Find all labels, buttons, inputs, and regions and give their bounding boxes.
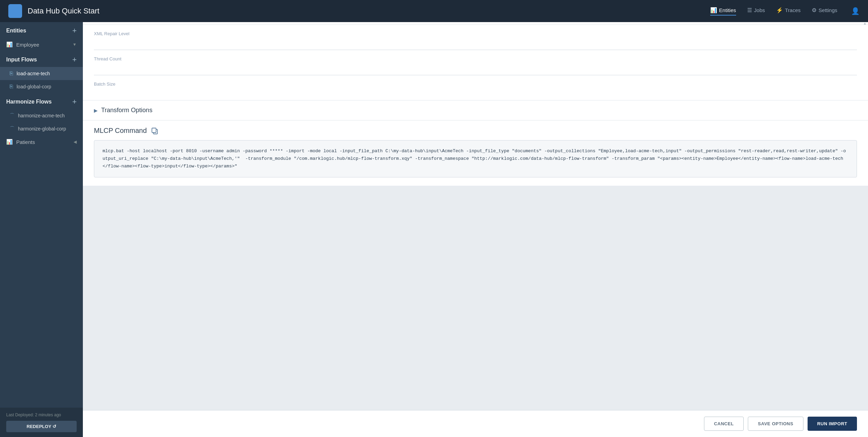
nav-user[interactable]: 👤	[851, 7, 860, 15]
svg-rect-2	[11, 11, 15, 15]
entity-icon: 📊	[6, 41, 13, 48]
harmonize-icon: ⌒	[10, 126, 15, 132]
app-logo	[8, 4, 22, 18]
nav-entities[interactable]: 📊 Entities	[710, 7, 736, 16]
chevron-down-icon: ▼	[73, 42, 77, 47]
add-input-flow-button[interactable]: +	[72, 56, 77, 64]
harmonize-flows-header: Harmonize Flows +	[0, 93, 83, 109]
save-options-button[interactable]: SAVE OPTIONS	[748, 417, 803, 431]
flow-icon: ⎘	[10, 70, 13, 77]
add-entity-button[interactable]: +	[72, 27, 77, 35]
nav-jobs[interactable]: ☰ Jobs	[747, 7, 765, 16]
run-import-button[interactable]: RUN IMPORT	[808, 417, 857, 431]
scroll-up-icon: ▲	[863, 22, 867, 25]
sidebar: Entities + 📊 Employee ▼ Input Flows + ⎘ …	[0, 22, 83, 437]
app-title: Data Hub Quick Start	[28, 7, 705, 16]
entities-icon: 📊	[710, 7, 717, 13]
thread-count-label: Thread Count	[94, 56, 857, 61]
copy-icon[interactable]	[151, 127, 158, 134]
mlcp-command-title: MLCP Command	[94, 127, 857, 135]
entities-header: Entities +	[0, 22, 83, 38]
content-scroll[interactable]: ▲ XML Repair Level Thread Count Batch Si…	[83, 22, 868, 410]
sidebar-flow-load-global-corp[interactable]: ⎘ load-global-corp	[0, 80, 83, 93]
entity-icon: 📊	[6, 139, 13, 145]
chevron-right-icon: ◀	[74, 139, 77, 144]
thread-count-input[interactable]	[94, 63, 857, 73]
nav-traces[interactable]: ⚡ Traces	[776, 7, 801, 16]
thread-count-field: Thread Count	[94, 50, 857, 75]
sidebar-flow-load-acme-tech[interactable]: ⎘ load-acme-tech	[0, 67, 83, 80]
xml-repair-input[interactable]	[94, 38, 857, 48]
form-section: XML Repair Level Thread Count Batch Size	[83, 25, 868, 100]
last-deployed-text: Last Deployed: 2 minutes ago	[6, 412, 77, 417]
jobs-icon: ☰	[747, 7, 752, 13]
transform-options-header[interactable]: ▶ Transform Options	[83, 100, 868, 120]
settings-icon: ⚙	[812, 7, 817, 13]
harmonize-icon: ⌒	[10, 113, 15, 119]
chevron-right-icon: ▶	[94, 108, 98, 113]
svg-rect-3	[16, 11, 19, 15]
action-bar: CANCEL SAVE OPTIONS RUN IMPORT	[83, 410, 868, 437]
scroll-indicator: ▲	[83, 22, 868, 25]
sidebar-entity-patients[interactable]: 📊 Patients ◀	[0, 135, 83, 148]
cancel-button[interactable]: CANCEL	[704, 417, 744, 431]
xml-repair-label: XML Repair Level	[94, 31, 857, 36]
input-flows-header: Input Flows +	[0, 51, 83, 67]
sidebar-flow-harmonize-acme-tech[interactable]: ⌒ harmonize-acme-tech	[0, 109, 83, 122]
nav-settings[interactable]: ⚙ Settings	[812, 7, 837, 16]
flow-icon: ⎘	[10, 84, 13, 90]
xml-repair-field: XML Repair Level	[94, 25, 857, 50]
batch-size-field: Batch Size	[94, 75, 857, 100]
main-content: ▲ XML Repair Level Thread Count Batch Si…	[83, 22, 868, 437]
svg-rect-0	[11, 7, 15, 11]
topnav: Data Hub Quick Start 📊 Entities ☰ Jobs ⚡…	[0, 0, 868, 22]
svg-rect-1	[16, 7, 19, 11]
mlcp-command-box[interactable]: mlcp.bat -host localhost -port 8010 -use…	[94, 140, 857, 177]
add-harmonize-flow-button[interactable]: +	[72, 98, 77, 106]
batch-size-label: Batch Size	[94, 81, 857, 87]
mlcp-section: MLCP Command mlcp.bat -host localhost -p…	[83, 120, 868, 186]
sidebar-flow-harmonize-global-corp[interactable]: ⌒ harmonize-global-corp	[0, 122, 83, 135]
svg-rect-5	[152, 128, 156, 133]
sidebar-bottom: Last Deployed: 2 minutes ago REDEPLOY ↺	[0, 408, 83, 437]
sidebar-entity-employee[interactable]: 📊 Employee ▼	[0, 38, 83, 51]
traces-icon: ⚡	[776, 7, 783, 13]
layout: Entities + 📊 Employee ▼ Input Flows + ⎘ …	[0, 22, 868, 437]
main-nav: 📊 Entities ☰ Jobs ⚡ Traces ⚙ Settings 👤	[710, 7, 860, 16]
batch-size-input[interactable]	[94, 88, 857, 98]
redeploy-button[interactable]: REDEPLOY ↺	[6, 421, 77, 432]
